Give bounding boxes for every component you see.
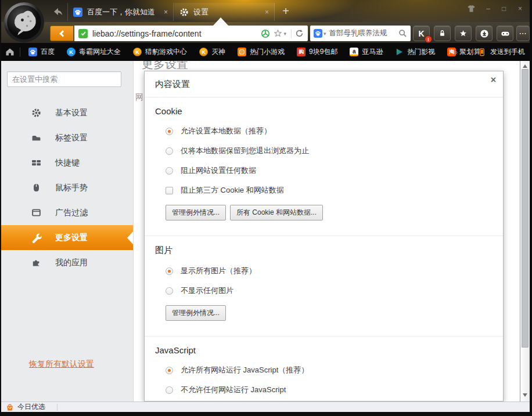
divider [291, 29, 292, 38]
settings-search-input[interactable] [7, 71, 121, 87]
games-button[interactable] [497, 26, 513, 41]
puzzle-icon [31, 258, 41, 267]
bookmarks-bar: 百度 K 毒霸网址大全 K 猎豹游戏中心 K 灭神 热门小游戏 购 9块9包邮 … [0, 43, 532, 61]
radio-button[interactable] [166, 267, 173, 275]
maximize-button[interactable]: □ [497, 3, 511, 14]
sidebar-item-mouse-gestures[interactable]: 鼠标手势 [1, 175, 133, 200]
sidebar-item-label: 鼠标手势 [55, 183, 88, 193]
k-logo: K [418, 29, 424, 38]
scroll-up-arrow-icon[interactable] [523, 64, 527, 68]
radio-option[interactable]: 显示所有图片（推荐） [166, 266, 493, 276]
bookmark-label: 亚马逊 [362, 47, 383, 57]
search-box[interactable]: ▾ 首部母乳喂养法规 [310, 26, 411, 41]
tab-title: 百度一下，你就知道 [87, 7, 160, 17]
sidebar-item-label: 广告过滤 [55, 208, 88, 218]
close-button[interactable]: × [513, 3, 527, 14]
close-icon[interactable]: × [491, 75, 496, 85]
baidu-paw-icon [73, 8, 82, 17]
checkbox[interactable] [166, 187, 173, 194]
settings-sidebar: 基本设置 标签设置 快捷键 鼠标手势 广告过滤 [1, 61, 134, 401]
option-label: 允许设置本地数据（推荐） [181, 126, 271, 136]
radio-button[interactable] [166, 167, 173, 175]
amazon-icon: a [350, 48, 358, 56]
close-icon[interactable]: × [265, 8, 269, 16]
chevron-down-icon[interactable]: ▾ [323, 31, 326, 37]
bookmark-duba[interactable]: K 毒霸网址大全 [67, 47, 121, 57]
bookmark-mieshen[interactable]: K 灭神 [199, 47, 225, 57]
overflow-chevron-icon[interactable]: » [454, 48, 458, 56]
search-hotword[interactable]: 首部母乳喂养法规 [329, 28, 398, 38]
window-frame [0, 0, 1, 416]
radio-button[interactable] [166, 287, 173, 295]
k-coin-icon: K [199, 48, 208, 56]
bookmark-label: 猎豹游戏中心 [145, 47, 187, 57]
gear-icon [179, 8, 189, 17]
sidebar-item-more-settings[interactable]: 更多设置 [1, 225, 133, 250]
all-cookies-button[interactable]: 所有 Cookie 和网站数据... [230, 205, 323, 220]
reset-defaults-link[interactable]: 恢复所有默认设置 [29, 359, 94, 370]
chevron-down-icon[interactable]: ▾ [283, 31, 286, 37]
bookmark-9kuai9[interactable]: 购 9块9包邮 [297, 47, 337, 57]
radio-button[interactable] [166, 128, 173, 135]
back-arrow-icon[interactable] [51, 6, 63, 16]
download-button[interactable] [476, 26, 493, 41]
divider [57, 404, 57, 411]
radio-option[interactable]: 不允许任何网站运行 JavaScript [166, 385, 493, 395]
manage-exceptions-button[interactable]: 管理例外情况... [166, 305, 226, 321]
bookmark-baidu[interactable]: 百度 [28, 47, 55, 57]
minimize-button[interactable]: – [481, 3, 495, 14]
manage-exceptions-button[interactable]: 管理例外情况... [166, 205, 226, 220]
skin-icon[interactable] [464, 3, 479, 14]
sidebar-item-ad-filter[interactable]: 广告过滤 [1, 200, 133, 225]
address-bar[interactable]: liebao://settings-frame/content ▾ [74, 26, 308, 41]
section-divider [145, 336, 503, 337]
scrollbar[interactable] [520, 61, 530, 401]
option-label: 不显示任何图片 [181, 285, 233, 296]
scroll-down-arrow-icon[interactable] [523, 393, 527, 397]
bookmark-label: 热门影视 [407, 47, 435, 57]
bookmark-amazon[interactable]: a 亚马逊 [350, 47, 383, 57]
bookmark-star-icon[interactable] [274, 29, 282, 38]
scrollbar-thumb[interactable] [522, 69, 529, 348]
new-tab-button[interactable]: + [279, 4, 292, 18]
radio-option[interactable]: 不显示任何图片 [166, 285, 493, 296]
sidebar-item-hotkeys[interactable]: 快捷键 [1, 150, 133, 175]
bookmark-minigames[interactable]: 热门小游戏 [238, 47, 285, 57]
sidebar-item-my-apps[interactable]: 我的应用 [1, 250, 133, 275]
safe-wheel-icon[interactable] [261, 29, 270, 38]
home-icon[interactable] [5, 48, 15, 56]
favorites-button[interactable] [455, 26, 472, 41]
radio-button[interactable] [166, 147, 173, 155]
send-to-phone[interactable]: 发送到手机 [490, 47, 525, 57]
radio-button[interactable] [166, 367, 173, 374]
status-bar: 今日优选 [1, 401, 530, 412]
bookmark-label: 9块9包邮 [309, 47, 337, 57]
menu-ellipsis-button[interactable]: ⋯ [516, 26, 530, 41]
sidebar-item-label: 更多设置 [55, 233, 88, 243]
sidebar-item-basic[interactable]: 基本设置 [1, 100, 133, 125]
k-coin-icon: K [133, 48, 142, 56]
bookmark-game-center[interactable]: K 猎豹游戏中心 [133, 47, 187, 57]
liebao-logo[interactable] [3, 1, 45, 44]
radio-option[interactable]: 允许设置本地数据（推荐） [166, 126, 493, 136]
modal-title: 内容设置 [145, 71, 503, 97]
radio-option[interactable]: 阻止网站设置任何数据 [166, 165, 493, 176]
refresh-icon[interactable] [295, 29, 304, 38]
bookmark-hot-movies[interactable]: 热门影视 [395, 47, 435, 57]
status-label[interactable]: 今日优选 [17, 402, 45, 412]
duba-k-button[interactable]: K ! [413, 26, 430, 41]
sidebar-item-tabs[interactable]: 标签设置 [1, 125, 133, 150]
lock-button[interactable] [434, 26, 451, 41]
radio-option[interactable]: 允许所有网站运行 JavaScript（推荐） [166, 365, 493, 375]
search-icon[interactable] [398, 29, 407, 38]
url-back-button[interactable] [50, 26, 74, 41]
baidu-search-icon[interactable] [314, 29, 322, 38]
tab-baidu[interactable]: 百度一下，你就知道 × [67, 3, 174, 21]
close-icon[interactable]: × [164, 8, 168, 16]
radio-option[interactable]: 仅将本地数据保留到您退出浏览器为止 [166, 146, 493, 156]
url-text[interactable]: liebao://settings-frame/content [92, 29, 261, 38]
checkbox-option[interactable]: 阻止第三方 Cookie 和网站数据 [166, 185, 493, 196]
radio-button[interactable] [166, 386, 173, 394]
baidu-paw-icon [28, 48, 37, 56]
gear-icon [31, 108, 41, 118]
